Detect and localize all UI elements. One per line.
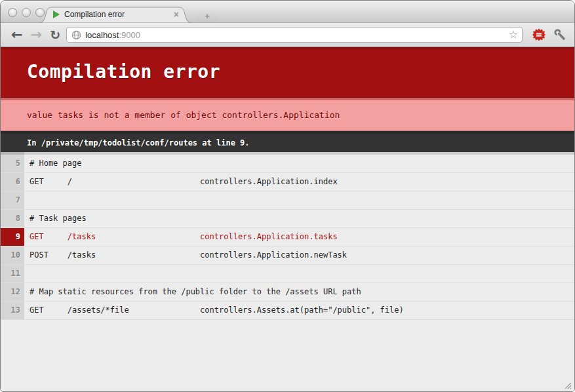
error-detail-message: value tasks is not a member of object co…: [1, 98, 574, 131]
extension-badge-icon[interactable]: [528, 28, 549, 41]
page-content: Compilation error value tasks is not a m…: [1, 47, 574, 391]
address-bar[interactable]: localhost :9000 ☆: [66, 27, 523, 43]
line-code: GET /assets/*file controllers.Assets.at(…: [24, 302, 574, 319]
line-code: POST /tasks controllers.Application.newT…: [24, 246, 574, 264]
minimize-window-button[interactable]: [22, 8, 31, 17]
wrench-settings-icon[interactable]: [549, 28, 568, 41]
url-text[interactable]: localhost :9000: [85, 30, 509, 40]
title-bar: Compilation error × +: [1, 1, 574, 23]
tab-title: Compilation error: [64, 10, 168, 19]
line-code: GET / controllers.Application.index: [24, 173, 574, 191]
error-location: In /private/tmp/todolist/conf/routes at …: [1, 131, 574, 152]
code-line-13: 13GET /assets/*file controllers.Assets.a…: [1, 302, 574, 320]
play-framework-favicon-icon: [53, 10, 60, 18]
source-listing: 5# Home page6GET / controllers.Applicati…: [1, 152, 574, 320]
line-number: 8: [1, 210, 24, 227]
code-line-8: 8# Task pages: [1, 210, 574, 228]
line-number: 11: [1, 265, 24, 283]
code-line-12: 12# Map static resources from the /publi…: [1, 283, 574, 302]
line-number: 7: [1, 191, 24, 209]
line-code: GET /tasks controllers.Application.tasks: [24, 228, 574, 246]
line-code: [24, 191, 574, 209]
line-number: 13: [1, 302, 24, 319]
tab-strip: Compilation error × +: [39, 7, 218, 23]
line-code: [24, 265, 574, 283]
url-port: :9000: [119, 30, 140, 40]
line-number: 5: [1, 152, 24, 172]
page-title: Compilation error: [1, 47, 574, 98]
forward-button[interactable]: →: [27, 28, 47, 42]
tab-compilation-error[interactable]: Compilation error ×: [39, 7, 192, 23]
code-line-9: 9GET /tasks controllers.Application.task…: [1, 228, 574, 246]
plus-icon: +: [205, 11, 210, 21]
bookmark-star-icon[interactable]: ☆: [509, 29, 518, 40]
globe-icon: [71, 30, 85, 40]
line-code: # Map static resources from the /public …: [24, 283, 574, 301]
code-line-10: 10POST /tasks controllers.Application.ne…: [1, 246, 574, 265]
browser-window: Compilation error × + ← → ↻ localhost: [0, 0, 575, 392]
line-number: 12: [1, 283, 24, 301]
line-number: 9: [1, 228, 24, 246]
url-host: localhost: [85, 30, 119, 40]
new-tab-button[interactable]: +: [197, 10, 218, 22]
tab-close-icon[interactable]: ×: [172, 9, 180, 20]
navigation-toolbar: ← → ↻ localhost :9000 ☆: [1, 23, 574, 47]
line-number: 6: [1, 173, 24, 191]
window-resize-grip[interactable]: [561, 379, 572, 389]
line-code: # Home page: [24, 152, 574, 172]
line-number: 10: [1, 246, 24, 264]
code-line-5: 5# Home page: [1, 152, 574, 173]
page-background: [1, 320, 574, 391]
line-code: # Task pages: [24, 210, 574, 227]
reload-button[interactable]: ↻: [46, 29, 62, 41]
code-line-11: 11: [1, 265, 574, 283]
close-window-button[interactable]: [8, 8, 17, 17]
code-line-6: 6GET / controllers.Application.index: [1, 173, 574, 191]
back-button[interactable]: ←: [7, 28, 27, 42]
code-line-7: 7: [1, 191, 574, 210]
